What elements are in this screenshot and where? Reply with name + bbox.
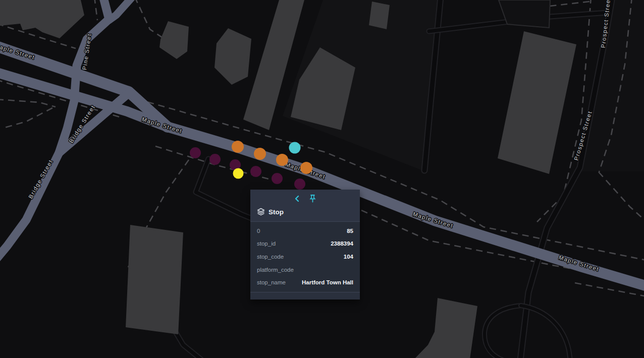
stop-point-purple[interactable] (294, 178, 305, 190)
map-canvas[interactable]: Maple StreetMaple StreetMaple StreetMapl… (0, 0, 644, 358)
row-value: 104 (344, 254, 353, 260)
stop-point-purple[interactable] (250, 166, 261, 177)
map-stage: Maple StreetMaple StreetMaple StreetMapl… (0, 0, 644, 358)
row-label: stop_code (257, 254, 284, 260)
chevron-left-icon (294, 195, 301, 203)
popup-row: 0 85 (257, 224, 353, 237)
popup-title: Stop (269, 208, 284, 216)
row-label: 0 (257, 228, 260, 234)
popup-row: stop_name Hartford Town Hall (257, 276, 353, 289)
stop-point-yellow[interactable] (233, 168, 244, 179)
row-value: 2388394 (331, 241, 353, 247)
stop-point-purple[interactable] (272, 173, 283, 184)
stop-info-popup: Stop 0 85 stop_id 2388394 stop_code 104 … (250, 190, 360, 300)
pin-button[interactable] (308, 194, 317, 203)
popup-footer (250, 292, 360, 300)
back-button[interactable] (294, 195, 301, 203)
row-label: platform_code (257, 267, 294, 273)
stop-point-cyan[interactable] (289, 142, 301, 154)
popup-row: stop_code 104 (257, 250, 353, 263)
row-label: stop_name (257, 279, 286, 285)
popup-header: Stop (250, 190, 360, 222)
stop-point-orange[interactable] (254, 148, 266, 160)
stop-point-orange[interactable] (232, 141, 244, 153)
popup-row: platform_code (257, 263, 353, 276)
row-label: stop_id (257, 241, 276, 247)
popup-row: stop_id 2388394 (257, 237, 353, 251)
stop-point-orange[interactable] (276, 154, 288, 166)
popup-rows: 0 85 stop_id 2388394 stop_code 104 platf… (250, 222, 360, 292)
row-value: Hartford Town Hall (302, 279, 353, 285)
stop-point-purple[interactable] (190, 147, 201, 158)
row-value: 85 (347, 228, 353, 234)
layers-icon (257, 208, 265, 216)
stop-point-orange[interactable] (300, 162, 312, 174)
stop-point-purple[interactable] (209, 154, 221, 165)
pin-icon (308, 194, 317, 203)
